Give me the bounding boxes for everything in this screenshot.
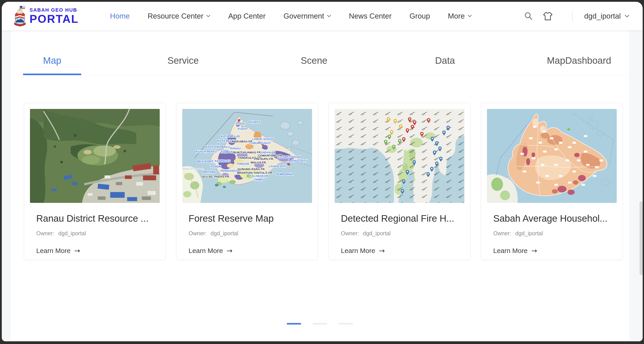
map-label: KUDAT (238, 127, 248, 130)
map-card-fire-hotspots[interactable]: Detected Regional Fire H... Owner: dgd_i… (328, 103, 470, 260)
portal-logo[interactable]: SABAH GEO HUB PORTAL (14, 5, 79, 27)
nav-label: App Center (228, 12, 266, 20)
map-label: MALUA FR. (251, 161, 267, 164)
learn-more-link[interactable]: Learn More → (341, 246, 464, 255)
owner-label: Owner: (493, 230, 511, 237)
nav-label: More (448, 12, 464, 20)
household-choropleth-map-image (487, 109, 617, 203)
nav-item-resource-center[interactable]: Resource Center (148, 12, 210, 20)
map-card-average-household[interactable]: Sabah Average Househol... Owner: dgd_ipo… (481, 103, 623, 260)
tab-label: Service (167, 55, 199, 66)
nav-item-home[interactable]: Home (110, 12, 130, 20)
map-card-forest-reserve[interactable]: KUDAT KUDAT KUDAT KOTA BELUD KOTA BELUD … (176, 103, 318, 260)
chevron-down-icon (327, 15, 331, 17)
map-label: BRANTIAN-TANTULIT FR. (237, 171, 273, 174)
arrow-right-icon: → (226, 246, 232, 255)
card-title: Forest Reserve Map (188, 213, 306, 224)
card-owner: Owner: dgd_iportal (188, 230, 312, 237)
app-store-button[interactable] (543, 12, 552, 20)
map-label: GUNUNG RARA FR. (238, 168, 265, 171)
nav-label: News Center (349, 12, 392, 20)
sabah-crest-icon (14, 5, 26, 27)
tab-label: MapDashboard (547, 55, 611, 66)
map-card-ranau-district[interactable]: Ranau District Resource ... Owner: dgd_i… (24, 103, 166, 260)
arrow-right-icon: → (531, 246, 537, 255)
map-label: SEMPORNA (276, 173, 293, 176)
map-card-carousel: Ranau District Resource ... Owner: dgd_i… (11, 75, 629, 260)
tab-label: Scene (301, 55, 327, 66)
learn-more-label: Learn More (341, 247, 375, 254)
vertical-scrollbar-thumb[interactable] (640, 201, 643, 275)
resource-type-tabs: Map Service Scene Data MapDashboard (11, 30, 629, 75)
map-label: KUDAT (250, 120, 260, 124)
card-thumbnail-forest-reserve[interactable]: KUDAT KUDAT KUDAT KOTA BELUD KOTA BELUD … (182, 109, 312, 203)
owner-label: Owner: (341, 230, 359, 237)
learn-more-link[interactable]: Learn More → (493, 246, 617, 255)
map-label: LAHAD DATU (269, 164, 288, 168)
nav-label: Group (410, 12, 430, 20)
owner-label: Owner: (36, 230, 54, 237)
pagination-bar-1[interactable] (287, 323, 301, 324)
username: dgd_iportal (584, 12, 621, 20)
map-label: RANAU (230, 147, 240, 150)
nav-label: Government (284, 12, 324, 20)
learn-more-link[interactable]: Learn More → (36, 246, 160, 255)
tab-data[interactable]: Data (416, 55, 474, 75)
learn-more-link[interactable]: Learn More → (188, 246, 312, 255)
map-label: KENINGAU (215, 159, 230, 162)
owner-label: Owner: (188, 230, 207, 237)
search-icon (524, 12, 533, 20)
nav-item-news-center[interactable]: News Center (349, 12, 392, 20)
nav-item-group[interactable]: Group (410, 12, 430, 20)
aerial-satellite-image (30, 109, 160, 203)
active-tab-underline (23, 74, 81, 75)
card-title: Sabah Average Househol... (493, 213, 610, 224)
learn-more-label: Learn More (188, 247, 223, 254)
portal-logo-text: SABAH GEO HUB PORTAL (30, 8, 79, 24)
nav-item-more[interactable]: More (448, 12, 472, 20)
map-label: ULU SG. PADAS FR. (202, 175, 230, 178)
tab-label: Data (435, 55, 455, 66)
brand-line1: SABAH GEO HUB (30, 8, 79, 12)
navbar-actions: dgd_iportal (524, 11, 629, 21)
tab-label: Map (43, 55, 61, 66)
map-label: TONGOD (236, 162, 249, 166)
card-thumbnail-satellite[interactable] (30, 109, 160, 203)
tab-map[interactable]: Map (23, 55, 81, 75)
owner-value: dgd_iportal (211, 230, 238, 237)
card-owner: Owner: dgd_iportal (341, 230, 464, 237)
map-label: LINGKABAU FR. (230, 140, 253, 143)
pagination-bar-2[interactable] (313, 323, 327, 324)
search-button[interactable] (524, 12, 533, 20)
pagination-bar-3[interactable] (339, 323, 353, 324)
tab-mapdashboard[interactable]: MapDashboard (547, 55, 611, 75)
map-label-region: Bandar Seri Begawan (182, 168, 204, 170)
map-label: BEAUFORT (197, 160, 214, 163)
brand-line2: PORTAL (30, 14, 79, 24)
fire-hotspot-wind-map-image (335, 109, 464, 203)
nav-item-app-center[interactable]: App Center (228, 12, 266, 20)
card-thumbnail-fire-hotspots[interactable] (335, 109, 464, 203)
map-label: TAWAU (254, 178, 264, 181)
main-navigation: Home Resource Center App Center Governme… (110, 12, 472, 20)
card-title: Ranau District Resource ... (36, 213, 154, 224)
arrow-right-icon: → (379, 246, 385, 255)
map-label: BUKIT KUAMAS FR. (233, 151, 262, 154)
user-account-menu[interactable]: dgd_iportal (584, 12, 629, 20)
navbar-divider (572, 11, 573, 21)
browser-viewport: SABAH GEO HUB PORTAL Home Resource Cente… (2, 2, 643, 341)
nav-item-government[interactable]: Government (284, 12, 331, 20)
learn-more-label: Learn More (36, 247, 70, 254)
tab-service[interactable]: Service (154, 55, 212, 75)
tab-scene[interactable]: Scene (285, 55, 343, 75)
map-label: SIPITANG (202, 170, 216, 174)
nav-label: Home (110, 12, 130, 20)
map-label: PIN-SUPU FR. (254, 157, 274, 160)
nav-label: Resource Center (148, 12, 203, 20)
card-thumbnail-household-choropleth[interactable] (487, 109, 617, 203)
map-label: KUALA PENYU (196, 150, 217, 153)
resource-showcase-panel: Map Service Scene Data MapDashboard (11, 30, 629, 341)
map-label: KALABAKAN (250, 174, 268, 178)
owner-value: dgd_iportal (516, 230, 543, 237)
learn-more-label: Learn More (493, 247, 528, 254)
